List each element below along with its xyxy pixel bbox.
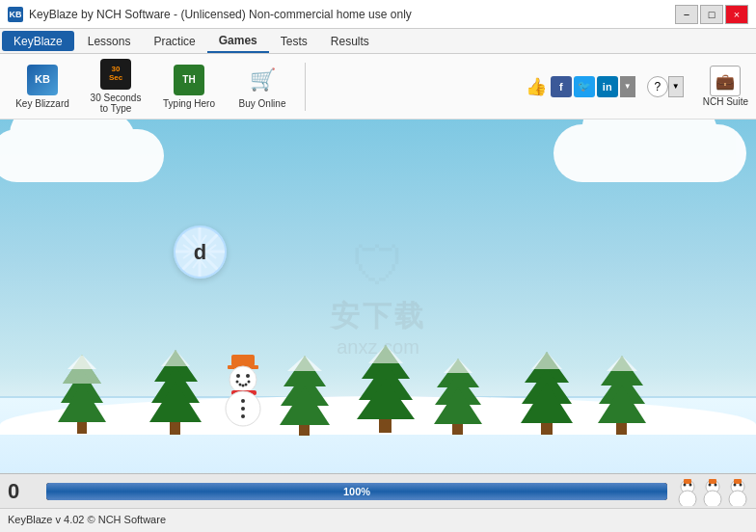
- progress-label: 100%: [46, 486, 667, 497]
- svg-marker-45: [598, 386, 646, 423]
- help-button[interactable]: ?: [647, 76, 668, 97]
- svg-point-51: [236, 374, 240, 378]
- score-value: 0: [8, 479, 37, 504]
- buy-online-label: Buy Online: [239, 98, 286, 109]
- svg-point-62: [241, 414, 245, 418]
- life-snowman-1: [677, 477, 698, 506]
- score-bar: 0 100%: [0, 473, 756, 508]
- svg-point-61: [241, 407, 245, 411]
- minimize-button[interactable]: −: [675, 5, 698, 24]
- toolbar-divider: [305, 63, 306, 111]
- 30-seconds-button[interactable]: 30Sec 30 Seconds to Type: [81, 59, 150, 115]
- buy-online-button[interactable]: 🛒 Buy Online: [228, 59, 297, 115]
- svg-rect-26: [299, 425, 310, 436]
- snowflake: d: [174, 226, 227, 279]
- svg-rect-15: [77, 422, 87, 434]
- social-buttons: f 🐦 in ▼: [551, 76, 635, 97]
- key-blizzard-label: Key Blizzard: [15, 98, 69, 109]
- tree-7: [598, 352, 646, 437]
- key-blizzard-button[interactable]: KB Key Blizzard: [8, 59, 77, 115]
- social-dropdown-button[interactable]: ▼: [620, 76, 635, 97]
- linkedin-button[interactable]: in: [597, 76, 618, 97]
- watermark-text: 安下载: [331, 297, 426, 336]
- typing-hero-icon: TH: [174, 65, 204, 95]
- svg-marker-47: [607, 356, 637, 371]
- tree-2: [149, 345, 202, 437]
- menu-practice[interactable]: Practice: [142, 29, 206, 53]
- help-dropdown-button[interactable]: ▼: [668, 76, 684, 97]
- nch-suite-button[interactable]: 💼 NCH Suite: [703, 66, 748, 107]
- svg-rect-65: [684, 479, 691, 484]
- tree-4: [357, 340, 415, 437]
- cloud-left: [0, 129, 164, 182]
- title-bar: KB KeyBlaze by NCH Software - (Unlicense…: [0, 0, 756, 29]
- title-bar-left: KB KeyBlaze by NCH Software - (Unlicense…: [8, 7, 412, 22]
- svg-point-60: [241, 399, 245, 403]
- svg-marker-35: [434, 387, 482, 424]
- svg-point-50: [230, 366, 256, 393]
- menu-games[interactable]: Games: [207, 29, 269, 53]
- facebook-button[interactable]: f: [551, 76, 572, 97]
- svg-marker-32: [368, 345, 403, 363]
- snowman-character: [220, 355, 268, 427]
- svg-point-76: [734, 483, 737, 486]
- title-bar-controls: − □ ×: [675, 5, 748, 24]
- life-snowman-2: [702, 477, 723, 506]
- twitter-button[interactable]: 🐦: [574, 76, 595, 97]
- svg-point-55: [242, 385, 245, 387]
- game-area: d 🛡 安下载 anxz.com: [0, 120, 756, 473]
- svg-marker-22: [161, 350, 190, 366]
- maximize-button[interactable]: □: [700, 5, 723, 24]
- like-icon[interactable]: 👍: [526, 76, 547, 97]
- toolbar-right: 👍 f 🐦 in ▼ ? ▼ 💼 NCH Suite: [526, 66, 748, 107]
- app-icon: KB: [8, 7, 23, 22]
- 30-seconds-label: 30 Seconds to Type: [86, 93, 146, 114]
- svg-point-74: [729, 491, 746, 506]
- typing-hero-label: Typing Hero: [163, 98, 215, 109]
- svg-rect-48: [231, 355, 255, 366]
- tree-1: [58, 350, 106, 437]
- nch-suite-label: NCH Suite: [703, 96, 748, 107]
- menu-bar: KeyBlaze Lessons Practice Games Tests Re…: [0, 29, 756, 54]
- svg-rect-70: [709, 479, 716, 484]
- cloud-right: [554, 124, 746, 182]
- svg-point-57: [248, 381, 251, 384]
- svg-point-71: [709, 483, 712, 486]
- svg-marker-27: [287, 356, 322, 371]
- 30-seconds-icon: 30Sec: [100, 59, 131, 90]
- svg-rect-41: [541, 423, 553, 435]
- status-bar: KeyBlaze v 4.02 © NCH Software: [0, 508, 756, 529]
- life-snowman-3: [727, 477, 748, 506]
- svg-point-64: [679, 491, 696, 506]
- menu-keyblaze[interactable]: KeyBlaze: [2, 31, 74, 51]
- tree-3: [280, 352, 330, 437]
- snowflake-letter: d: [174, 226, 227, 279]
- tree-5: [434, 355, 482, 437]
- key-blizzard-icon: KB: [27, 65, 58, 95]
- title-bar-text: KeyBlaze by NCH Software - (Unlicensed) …: [29, 8, 412, 21]
- tree-6: [521, 348, 574, 437]
- close-button[interactable]: ×: [725, 5, 748, 24]
- svg-point-56: [245, 384, 248, 386]
- menu-lessons[interactable]: Lessons: [76, 29, 143, 53]
- menu-results[interactable]: Results: [319, 29, 381, 53]
- toolbar: KB Key Blizzard 30Sec 30 Seconds to Type…: [0, 54, 756, 120]
- status-text: KeyBlaze v 4.02 © NCH Software: [8, 514, 166, 525]
- svg-rect-75: [734, 479, 742, 484]
- svg-point-52: [246, 374, 250, 378]
- buy-online-icon: 🛒: [247, 65, 278, 95]
- svg-rect-36: [452, 424, 463, 435]
- nch-suite-icon: 💼: [710, 66, 741, 96]
- svg-point-67: [689, 483, 692, 486]
- svg-point-72: [715, 483, 717, 486]
- typing-hero-button[interactable]: TH Typing Hero: [154, 59, 224, 115]
- svg-point-66: [684, 483, 687, 486]
- progress-bar-container: 100%: [46, 483, 667, 500]
- svg-point-53: [236, 381, 239, 384]
- svg-point-54: [239, 384, 242, 386]
- lives-area: [677, 477, 748, 506]
- svg-marker-37: [444, 359, 472, 373]
- svg-marker-42: [531, 352, 562, 369]
- menu-tests[interactable]: Tests: [269, 29, 319, 53]
- svg-point-77: [740, 483, 742, 486]
